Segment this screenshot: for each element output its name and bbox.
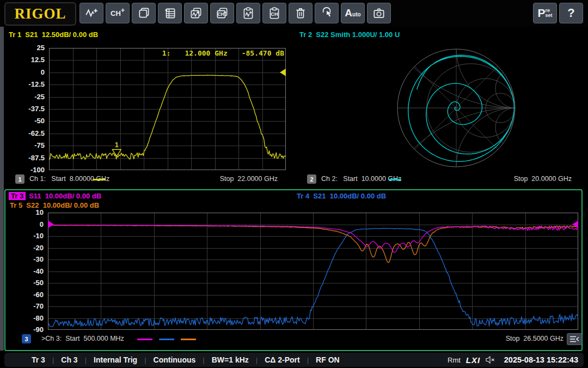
left-edge-strip: [0, 27, 4, 351]
status-separator: |: [144, 356, 146, 364]
status-item[interactable]: Internal Trig: [94, 355, 137, 364]
screenshot-button[interactable]: [367, 3, 391, 23]
ch1-stop-text: Stop 22.0000 GHz: [196, 175, 278, 183]
add-table-button[interactable]: [158, 3, 182, 23]
add-channel-window-button[interactable]: CH: [210, 3, 234, 23]
tr2-label: Tr 2: [299, 31, 312, 39]
window-menu-icon: [569, 335, 579, 343]
y-axis-tick-label: -20: [11, 244, 44, 252]
touch-button[interactable]: [315, 3, 339, 23]
tr3-header[interactable]: Tr 3S11 10.00dB/ 0.00 dB: [9, 192, 101, 200]
y-axis-tick-label: -80: [11, 314, 44, 323]
channel3-badge[interactable]: 3: [22, 334, 31, 343]
add-trace-window-button[interactable]: [184, 3, 208, 23]
status-bar: Tr 3|Ch 3|Internal Trig|Continuous|BW=1 …: [0, 352, 588, 368]
ch1-start-label: Start: [51, 175, 65, 183]
help-label: ?: [567, 6, 574, 20]
y-axis-tick-label: -90: [11, 325, 44, 334]
status-item[interactable]: CΔ 2-Port: [265, 355, 300, 364]
paste-channel-button[interactable]: CH: [262, 3, 286, 23]
trace-s21: [49, 75, 286, 160]
y-axis-tick-label: -50: [12, 117, 45, 125]
tr2-measurement: S22 Smith: [316, 31, 350, 39]
speaker-muted-icon: [486, 356, 495, 364]
tr4-scale: 10.00dB/ 0.00 dB: [330, 192, 386, 200]
ch1-label: Ch 1:: [29, 175, 46, 183]
ch3-stop-text: Stop 26.5000 GHz: [482, 335, 564, 342]
y-axis-tick-label: -40: [11, 267, 44, 276]
status-separator: |: [52, 356, 54, 364]
ch2-stop-text: Stop 20.0000 GHz: [490, 175, 572, 183]
reference-level-arrow[interactable]: [48, 221, 54, 228]
status-separator: |: [203, 356, 204, 364]
marker-frequency: 12.000 GHz: [185, 49, 227, 57]
add-channel-button[interactable]: CH+: [106, 3, 130, 23]
tr3-scale: 10.00dB/ 0.00 dB: [45, 192, 101, 200]
remote-indicator: Rmt: [448, 356, 461, 364]
rigol-logo: RIGOL: [4, 2, 76, 26]
y-axis-tick-label: -75: [12, 141, 45, 150]
tr4-label: Tr 4: [297, 192, 309, 200]
status-item[interactable]: Tr 3: [32, 355, 45, 364]
ch3-start-label: Start: [65, 335, 79, 342]
tr2-scale: 1.000U/ 1.00 U: [352, 31, 400, 39]
table-add-icon: [163, 6, 177, 20]
y-axis-tick-label: 0: [11, 220, 44, 229]
ch3-label: >Ch 3:: [41, 335, 62, 342]
status-item[interactable]: Continuous: [154, 355, 196, 364]
window-channel-add-icon: CH: [215, 6, 229, 20]
icon-ch-text: CH: [218, 11, 225, 17]
tr3-color-swatch: [137, 339, 152, 340]
channel2-badge[interactable]: 2: [307, 174, 316, 184]
status-panel-left[interactable]: Tr 3|Ch 3|Internal Trig|Continuous|BW=1 …: [4, 353, 466, 367]
grid: [48, 213, 578, 330]
plus-glyph: +: [121, 7, 125, 14]
marker-value: -85.470 dB: [242, 49, 284, 57]
delete-button[interactable]: [289, 3, 313, 23]
touch-icon: [320, 6, 334, 20]
status-item[interactable]: RF ON: [316, 355, 340, 364]
tr4-header[interactable]: Tr 4 S21 10.00dB/ 0.00 dB: [297, 192, 386, 200]
ch3-stop-value: 26.5000 GHz: [523, 335, 564, 342]
paste-trace-button[interactable]: [236, 3, 260, 23]
ch2-label: Ch 2:: [321, 175, 338, 183]
tr5-color-swatch: [181, 339, 196, 340]
add-trace-button[interactable]: [79, 3, 103, 23]
help-button[interactable]: ?: [559, 3, 583, 23]
auto-scale-button[interactable]: Auto: [341, 3, 365, 23]
channel1-badge-label: 1: [18, 176, 21, 183]
tr3-measurement: S11: [29, 192, 41, 200]
preset-label-main: P: [537, 7, 545, 20]
trace-s22-smith: [408, 55, 514, 161]
tr2-header[interactable]: Tr 2 S22 Smith 1.000U/ 1.00 U: [299, 31, 400, 39]
window-layout-button[interactable]: [132, 3, 156, 23]
tr3-active-badge: Tr 3: [9, 192, 26, 200]
channel-add-label: CH: [111, 9, 121, 17]
trace-add-icon: [84, 6, 99, 20]
status-item[interactable]: Ch 3: [61, 355, 77, 364]
tr2-color-swatch: [388, 179, 401, 180]
marker-id: 1:: [162, 49, 171, 57]
y-axis-tick-label: -30: [11, 255, 44, 264]
camera-icon: [372, 6, 386, 20]
tr1-header[interactable]: Tr 1 S21 12.50dB/ 0.00 dB: [9, 31, 98, 39]
preset-button[interactable]: Preset: [533, 3, 557, 23]
ch3-stop-label: Stop: [506, 335, 520, 342]
reference-level-arrow[interactable]: [280, 69, 286, 76]
y-axis-tick-label: -10: [11, 232, 44, 240]
channel1-badge[interactable]: 1: [15, 174, 24, 184]
y-axis-tick-label: -70: [11, 302, 44, 311]
tr5-scale: 10.00dB/ 0.00 dB: [43, 201, 99, 209]
y-axis-tick-label: 10: [11, 208, 44, 217]
marker-number: 1: [115, 141, 119, 149]
status-panel-right[interactable]: Rmt LXI 2025-08-13 15:22:43: [442, 353, 584, 367]
y-axis-tick-label: -12.5: [12, 80, 45, 89]
ch1-stop-label: Stop: [220, 175, 234, 183]
tr2-smith-plot: [392, 46, 520, 170]
rigol-logo-text: RIGOL: [14, 5, 66, 22]
status-item[interactable]: BW=1 kHz: [212, 355, 249, 364]
window-trace-add-icon: [189, 6, 203, 20]
y-axis-tick-label: -100: [12, 166, 45, 174]
window-menu-button[interactable]: [567, 333, 582, 345]
trash-icon: [293, 6, 308, 20]
